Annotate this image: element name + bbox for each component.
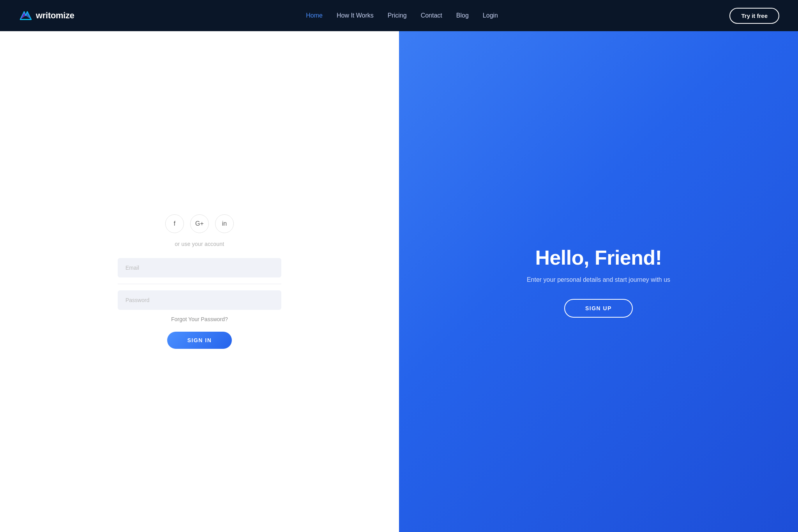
hello-heading: Hello, Friend! (535, 246, 662, 269)
sign-up-button[interactable]: SIGN UP (564, 299, 633, 318)
sign-in-button[interactable]: SIGN IN (167, 332, 232, 349)
facebook-icon-button[interactable]: f (165, 214, 184, 233)
input-divider (118, 284, 281, 285)
google-plus-icon: G+ (195, 220, 204, 227)
password-field[interactable] (118, 290, 281, 310)
brand-logo[interactable]: writomize (19, 9, 74, 23)
nav-link-blog[interactable]: Blog (456, 12, 469, 19)
email-field[interactable] (118, 258, 281, 277)
navbar: writomize Home How It Works Pricing Cont… (0, 0, 798, 31)
social-icons: f G+ in (165, 214, 234, 233)
main-content: f G+ in or use your account Forgot Your … (0, 31, 798, 532)
logo-icon (19, 9, 33, 23)
nav-item-home[interactable]: Home (306, 12, 323, 19)
nav-link-pricing[interactable]: Pricing (388, 12, 407, 19)
nav-link-how-it-works[interactable]: How It Works (337, 12, 374, 19)
nav-link-login[interactable]: Login (483, 12, 498, 19)
brand-name: writomize (36, 11, 74, 21)
linkedin-icon-button[interactable]: in (215, 214, 234, 233)
left-panel: f G+ in or use your account Forgot Your … (0, 31, 399, 532)
nav-link-home[interactable]: Home (306, 12, 323, 19)
nav-item-pricing[interactable]: Pricing (388, 12, 407, 19)
linkedin-icon: in (222, 220, 227, 227)
nav-item-login[interactable]: Login (483, 12, 498, 19)
nav-item-how-it-works[interactable]: How It Works (337, 12, 374, 19)
google-plus-icon-button[interactable]: G+ (190, 214, 209, 233)
facebook-icon: f (174, 220, 175, 227)
try-it-free-button[interactable]: Try it free (729, 8, 779, 24)
hello-subtext: Enter your personal details and start jo… (527, 276, 670, 283)
forgot-password-link[interactable]: Forgot Your Password? (171, 316, 228, 322)
nav-item-blog[interactable]: Blog (456, 12, 469, 19)
nav-link-contact[interactable]: Contact (421, 12, 442, 19)
or-use-account-label: or use your account (175, 241, 224, 247)
right-panel: Hello, Friend! Enter your personal detai… (399, 31, 798, 532)
nav-item-contact[interactable]: Contact (421, 12, 442, 19)
main-nav: Home How It Works Pricing Contact Blog L… (306, 12, 498, 19)
